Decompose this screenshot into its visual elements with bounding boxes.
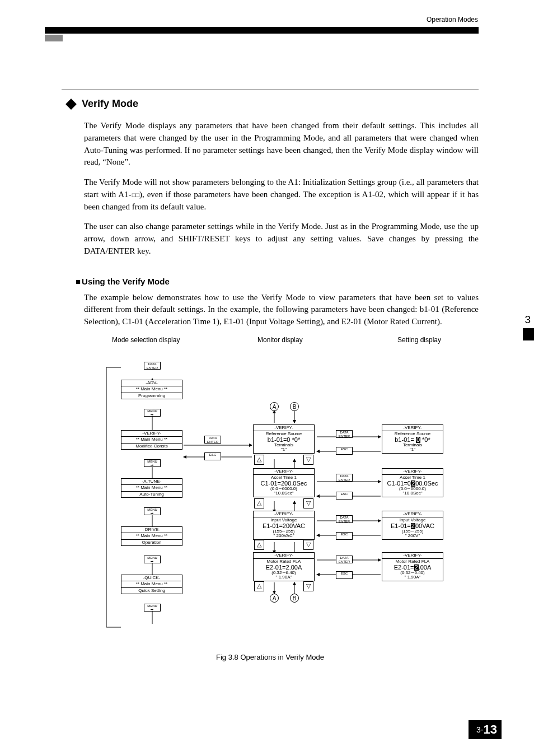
- paragraph-1: The Verify Mode displays any parameters …: [84, 120, 479, 169]
- key-up-icon: △: [254, 498, 264, 508]
- paragraph-2b: ), even if those parameters have been ch…: [84, 190, 479, 211]
- section-rule: [62, 90, 479, 90]
- param-sub2: "10.0Sec": [402, 491, 422, 496]
- side-tab-number: 3: [524, 314, 531, 326]
- edit-sfx: *0*: [420, 436, 430, 443]
- screen-main: ** Main Menu **: [121, 533, 182, 539]
- screen-menu-adv: -ADV- ** Main Menu ** Programming: [121, 380, 182, 399]
- key-data-enter: DATAENTER: [204, 436, 221, 444]
- key-esc: ESC: [336, 571, 353, 579]
- param-sub2: "10.0Sec": [274, 491, 293, 496]
- screen-tag: -VERIFY-: [382, 553, 443, 559]
- key-data-enter: DATAENTER: [336, 556, 353, 563]
- loop-label-a: A: [270, 594, 279, 603]
- param-sub2: "1": [281, 447, 287, 452]
- heading-using-verify-mode: Using the Verify Mode: [76, 277, 479, 286]
- paragraph-2: The Verify Mode will not show parameters…: [84, 176, 479, 213]
- edit-sfx: 00.0Sec: [415, 480, 438, 487]
- key-menu: MENU⮕: [144, 459, 161, 467]
- param-line: E2-01=2.00A: [266, 564, 302, 571]
- key-up-icon: △: [254, 581, 264, 591]
- key-menu: MENU⮕: [144, 507, 161, 515]
- screen-setting-c1: -VERIFY- Accel Time 1C1-01=0200.0Sec(0.0…: [382, 468, 443, 497]
- content-area: Verify Mode The Verify Mode displays any…: [62, 90, 479, 661]
- edit-pre: C1-01=0: [387, 480, 411, 487]
- screen-tag: -VERIFY-: [254, 511, 314, 517]
- screen-monitor-e1: -VERIFY- Input VoltageE1-01=200VAC(155∼2…: [253, 511, 315, 540]
- screen-setting-e2: -VERIFY- Motor Rated FLAE2-01=2.00A(0.32…: [382, 552, 443, 581]
- screen-tag: -VERIFY-: [254, 425, 314, 431]
- screen-item: Operation: [121, 540, 182, 545]
- column-label-3: Setting display: [397, 336, 441, 344]
- loop-label-b: B: [290, 402, 299, 411]
- header-black-bar: [45, 27, 479, 34]
- screen-item: Programming: [121, 393, 182, 399]
- diamond-icon: [65, 99, 77, 110]
- param-line: b1-01=0 *0*: [268, 436, 300, 443]
- screen-tag: -VERIFY-: [382, 511, 443, 517]
- screen-main: ** Main Menu **: [121, 437, 182, 443]
- screen-setting-e1: -VERIFY- Input VoltageE1-01=200VAC(155∼2…: [382, 511, 443, 540]
- key-data-enter: DATAENTER: [144, 362, 161, 370]
- side-tab-bar: [523, 328, 534, 340]
- screen-menu-drive: -DRIVE- ** Main Menu ** Operation: [121, 526, 182, 546]
- paragraph-3: The user can also change parameter setti…: [84, 221, 479, 257]
- screen-tag: -VERIFY-: [382, 425, 443, 431]
- key-down-icon: ▽: [303, 540, 313, 550]
- screen-item: Modified Consts: [121, 444, 182, 449]
- key-data-enter: DATAENTER: [336, 474, 353, 482]
- key-up-icon: △: [254, 540, 264, 550]
- screen-tag: -ADV-: [121, 380, 182, 386]
- screen-main: ** Main Menu **: [121, 386, 182, 393]
- heading-verify-mode: Verify Mode: [67, 98, 479, 110]
- page-header-right: Operation Modes: [427, 16, 478, 24]
- key-esc: ESC: [336, 447, 353, 455]
- screen-item: Auto-Tuning: [121, 492, 182, 497]
- key-menu: MENU⮕: [144, 409, 161, 417]
- edit-sfx: .00A: [419, 564, 432, 571]
- loop-label-a: A: [270, 402, 279, 411]
- screen-tag: -QUICK-: [121, 575, 182, 581]
- key-esc: ESC: [336, 492, 353, 500]
- param-line: E1-01=200VAC: [263, 522, 305, 529]
- param-sub2: " 1.90A": [276, 575, 292, 580]
- edit-pre: b1-01=: [395, 436, 416, 443]
- edit-sfx: 00VAC: [415, 522, 434, 529]
- screen-main: ** Main Menu **: [121, 485, 182, 491]
- key-down-icon: ▽: [303, 581, 313, 591]
- edit-pre: E1-01=: [391, 522, 411, 529]
- key-esc: ESC: [204, 452, 221, 460]
- screen-monitor-b1: -VERIFY- Reference Sourceb1-01=0 *0*Term…: [253, 424, 315, 454]
- param-sub2: " 200VAC": [273, 533, 294, 538]
- screen-monitor-e2: -VERIFY- Motor Rated FLAE2-01=2.00A(0.32…: [253, 552, 315, 581]
- key-up-icon: △: [254, 455, 264, 465]
- screen-tag: -A.TUNE-: [121, 479, 182, 485]
- key-data-enter: DATAENTER: [336, 515, 353, 523]
- screen-item: Quick Setting: [121, 588, 182, 594]
- screen-main: ** Main Menu **: [121, 581, 182, 587]
- key-menu: MENU⮕: [144, 604, 161, 612]
- key-menu: MENU⮕: [144, 556, 161, 563]
- param-line: C1-01=200.0Sec: [261, 480, 307, 487]
- param-sub2: " 1.90A": [405, 575, 421, 580]
- screen-tag: -VERIFY-: [382, 469, 443, 475]
- screen-menu-atune: -A.TUNE- ** Main Menu ** Auto-Tuning: [121, 478, 182, 498]
- key-down-icon: ▽: [303, 455, 313, 465]
- screen-menu-verify: -VERIFY- ** Main Menu ** Modified Consts: [121, 430, 182, 450]
- screen-tag: -VERIFY-: [121, 431, 182, 437]
- column-label-1: Mode selection display: [112, 336, 180, 344]
- page-number: 3-13: [469, 720, 502, 739]
- screen-menu-quick: -QUICK- ** Main Menu ** Quick Setting: [121, 575, 182, 594]
- figure-diagram: Mode selection display Monitor display S…: [84, 336, 476, 650]
- heading2-text: Using the Verify Mode: [82, 277, 170, 286]
- placeholder-squares-icon: □□: [132, 192, 139, 198]
- edit-pre: E2-01=: [394, 564, 414, 571]
- page-prefix: 3-: [476, 725, 483, 734]
- header-grey-corner: [45, 35, 63, 41]
- screen-monitor-c1: -VERIFY- Accel Time 1C1-01=200.0Sec(0.0∼…: [253, 468, 315, 497]
- loop-label-b: B: [290, 594, 299, 603]
- column-label-2: Monitor display: [257, 336, 303, 344]
- screen-tag: -VERIFY-: [254, 553, 314, 559]
- page-number-value: 13: [484, 722, 497, 736]
- figure-caption: Fig 3.8 Operations in Verify Mode: [62, 653, 479, 661]
